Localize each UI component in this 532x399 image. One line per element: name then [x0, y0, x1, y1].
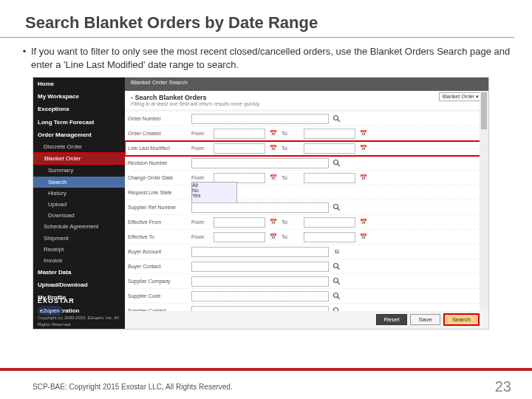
search-icon[interactable] [332, 276, 342, 287]
request-line-state-select[interactable]: All No Yes [191, 182, 237, 204]
nav-search[interactable]: Search [33, 177, 125, 188]
nav-shipment[interactable]: Shipment [33, 233, 125, 244]
lbl-supplier-code: Supplier Code [128, 293, 188, 299]
effective-from-from[interactable] [214, 217, 265, 228]
row-order-created: Order Created From: 📅 To: 📅 [125, 126, 482, 141]
nav-summary[interactable]: Summary [33, 165, 125, 176]
effective-to-from[interactable] [214, 232, 265, 242]
copy-icon[interactable]: ⧉ [332, 247, 342, 257]
order-created-to[interactable] [304, 129, 355, 139]
revision-number-input[interactable] [191, 158, 329, 168]
search-form: Order Number Order Created From: 📅 To: 📅… [125, 112, 482, 311]
calendar-icon[interactable]: 📅 [268, 143, 279, 154]
supplier-code-input[interactable] [191, 291, 329, 301]
nav-upload[interactable]: Upload [33, 199, 125, 210]
lbl-to: To: [282, 219, 301, 225]
row-buyer-account: Buyer Account ⧉ [125, 245, 482, 259]
line-modified-to[interactable] [304, 143, 355, 154]
screenshot: Home My Workspace Exceptions Long Term F… [33, 77, 489, 330]
slide-footer: SCP-BAE: Copyright 2015 Exostar LLC, All… [0, 374, 532, 399]
nav-workspace[interactable]: My Workspace [33, 90, 125, 103]
lbl-supplier-ref: Supplier Ref Number [128, 205, 188, 210]
calendar-icon[interactable]: 📅 [358, 232, 369, 242]
supplier-contact-input[interactable] [191, 306, 329, 312]
calendar-icon[interactable]: 📅 [268, 217, 279, 228]
search-icon[interactable] [332, 262, 342, 272]
calendar-icon[interactable]: 📅 [268, 232, 279, 242]
nav-updown[interactable]: Upload/Download [33, 279, 125, 291]
divider-band [0, 368, 532, 371]
lbl-order-created: Order Created [128, 131, 188, 136]
calendar-icon[interactable]: 📅 [358, 173, 369, 183]
effective-from-to[interactable] [304, 217, 355, 228]
calendar-icon[interactable]: 📅 [358, 217, 369, 228]
search-icon[interactable] [332, 114, 342, 124]
line-modified-from[interactable] [214, 143, 265, 154]
lbl-to: To: [282, 146, 301, 151]
nav-order-mgmt[interactable]: Order Management [33, 129, 125, 141]
nav-discrete[interactable]: Discrete Order [33, 141, 125, 152]
bullet-row: • If you want to filter to only see the … [0, 45, 532, 71]
svg-point-0 [334, 115, 338, 120]
calendar-icon[interactable]: 📅 [268, 129, 279, 139]
calendar-icon[interactable]: 📅 [268, 173, 279, 183]
order-created-from[interactable] [214, 129, 265, 139]
sidebar-copyright: Copyright (c) 2000-2015. E2open, Inc. Al… [38, 315, 125, 327]
search-button[interactable]: Search [443, 313, 480, 326]
lbl-to: To: [282, 234, 301, 239]
lbl-supplier-company: Supplier Company [128, 279, 188, 284]
svg-line-1 [338, 119, 340, 121]
nav-history[interactable]: History [33, 188, 125, 199]
lbl-from: From: [191, 175, 211, 180]
effective-to-to[interactable] [304, 232, 355, 242]
nav-schedule[interactable]: Schedule Agreement [33, 221, 125, 232]
row-supplier-ref: Supplier Ref Number [125, 200, 482, 215]
scrollbar-thumb[interactable] [481, 92, 487, 129]
search-icon[interactable] [332, 158, 342, 168]
nav-blanket-order[interactable]: Blanket Order [33, 152, 125, 165]
supplier-company-input[interactable] [191, 276, 329, 287]
lbl-req-line-state: Request Line State [128, 190, 188, 195]
buyer-contact-input[interactable] [191, 262, 329, 272]
content-header: - Search Blanket Orders Filling in at le… [125, 91, 488, 109]
change-date-to[interactable] [304, 173, 355, 183]
order-number-input[interactable] [191, 114, 329, 124]
exostar-logo: EXOSTAR [38, 296, 75, 306]
svg-point-2 [334, 160, 338, 164]
lbl-buyer-account: Buyer Account [128, 249, 188, 254]
reset-button[interactable]: Reset [376, 314, 408, 325]
row-supplier-code: Supplier Code [125, 289, 482, 304]
blanket-order-picker[interactable]: Blanket Order ▾ [439, 92, 482, 101]
bullet-text: If you want to filter to only see the mo… [31, 45, 511, 71]
slide-title: Search Blanket Orders by Date Range [0, 0, 514, 38]
lbl-change-order-date: Change Order Date [128, 175, 188, 180]
svg-point-4 [334, 204, 338, 208]
svg-point-8 [334, 278, 338, 282]
calendar-icon[interactable]: 📅 [358, 143, 369, 154]
nav-sidebar: Home My Workspace Exceptions Long Term F… [33, 78, 125, 329]
nav-receipt[interactable]: Receipt [33, 244, 125, 255]
nav-invoice[interactable]: Invoice [33, 255, 125, 266]
buyer-account-input[interactable] [191, 247, 329, 257]
button-bar: Reset Save Search [125, 313, 482, 326]
supplier-ref-input[interactable] [191, 202, 329, 213]
nav-ltf[interactable]: Long Term Forecast [33, 116, 125, 129]
calendar-icon[interactable]: 📅 [358, 129, 369, 139]
row-request-line-state: Request Line State All No Yes [125, 185, 482, 200]
lbl-revision-number: Revision Number [128, 160, 188, 166]
lbl-from: From: [191, 219, 211, 225]
nav-master-data[interactable]: Master Data [33, 266, 125, 279]
search-icon[interactable] [332, 291, 342, 301]
row-supplier-company: Supplier Company [125, 274, 482, 289]
save-button[interactable]: Save [410, 314, 440, 325]
search-icon[interactable] [332, 202, 342, 213]
lbl-from: From: [191, 131, 211, 136]
nav-download[interactable]: Download [33, 210, 125, 221]
scrollbar[interactable] [480, 91, 488, 311]
nav-home[interactable]: Home [33, 78, 125, 90]
svg-line-5 [338, 208, 340, 210]
content-subtitle: Filling in at least one field will retur… [131, 101, 482, 106]
row-order-number: Order Number [125, 112, 482, 126]
search-icon[interactable] [332, 306, 342, 312]
nav-exceptions[interactable]: Exceptions [33, 103, 125, 115]
